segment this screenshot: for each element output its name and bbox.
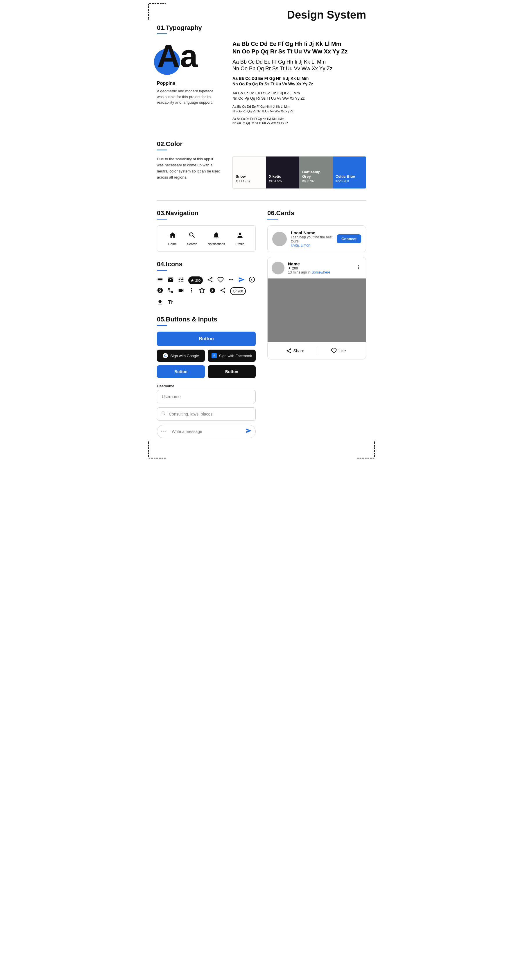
search-input-icon [161, 411, 166, 417]
username-input[interactable] [157, 390, 256, 403]
post-card-image [268, 278, 366, 342]
home-icon [169, 231, 176, 241]
search-input-wrap [157, 407, 256, 421]
connect-card-name: Local Name [291, 230, 333, 235]
type-sample-6: Aa Bb Cc Dd Ee Ff Gg Hh Ii Jj Kk Ll Mm N… [233, 117, 366, 125]
post-card-actions: Share Like [268, 342, 366, 359]
half-dark-button[interactable]: Button [208, 365, 256, 378]
nav-label: 03.Navigation [157, 209, 256, 217]
cards-label: 06.Cards [267, 209, 366, 217]
chevron-left-circle-icon [249, 277, 255, 284]
star-badge-icon: 200 [188, 277, 203, 284]
nav-search-label: Search [187, 242, 197, 246]
post-card-time: 13 mins ago in Somewhere [288, 270, 352, 274]
section-navigation: 03.Navigation Home [157, 209, 256, 252]
send-icon [238, 277, 245, 284]
heart-icon [217, 277, 224, 284]
button-pair: Button Button [157, 365, 256, 378]
color-desc: Due to the scalability of this app it wa… [157, 156, 221, 180]
menu-icon [157, 277, 163, 284]
swatch-battleship: Battleship Grey #808782 [299, 156, 333, 186]
post-card-location-link[interactable]: Somewhere [311, 270, 330, 274]
icons-label: 04.Icons [157, 261, 256, 268]
typography-label: 01.Typography [157, 24, 366, 32]
dots-icon [228, 277, 234, 284]
message-input-wrap: ··· [157, 425, 256, 438]
share-label: Share [293, 348, 304, 353]
type-sample-1: Aa Bb Cc Dd Ee Ff Gg Hh Ii Jj Kk Ll Mm N… [233, 40, 366, 55]
download-icon [157, 299, 163, 307]
post-card-menu-icon[interactable] [356, 264, 362, 272]
half-blue-button[interactable]: Button [157, 365, 205, 378]
connect-card-sub: I can help you find the best tours [291, 235, 333, 243]
username-label: Username [157, 384, 256, 388]
bar-celtic [333, 186, 366, 188]
swatch-xiketic: Xiketic #1B1725 [266, 156, 300, 186]
facebook-signin-button[interactable]: f Sign with Facebook [208, 350, 256, 362]
post-card-header: Name ★ 200 13 mins ago in Somewhere [268, 257, 366, 278]
buttons-underline [157, 325, 167, 326]
nav-item-search[interactable]: Search [187, 231, 197, 246]
primary-button[interactable]: Button [157, 332, 256, 346]
nav-item-profile[interactable]: Profile [235, 231, 244, 246]
page-title: Design System [145, 0, 378, 24]
send-message-icon[interactable] [246, 428, 252, 435]
video-icon [178, 287, 184, 295]
dollar-icon2 [209, 287, 215, 295]
phone-icon [167, 287, 174, 295]
color-label: 02.Color [157, 140, 366, 148]
section-buttons-inputs: 05.Buttons & Inputs Button G Sign with G… [157, 316, 256, 438]
message-input[interactable] [157, 425, 256, 438]
svg-marker-1 [199, 288, 204, 293]
profile-icon [236, 231, 244, 241]
facebook-btn-label: Sign with Facebook [219, 354, 252, 358]
heart-count-icon: 200 [230, 287, 246, 295]
nav-home-label: Home [168, 242, 177, 246]
connect-card-location-link[interactable]: Uvita, Limón [291, 243, 310, 247]
section-cards: 06.Cards Local Name I can help you find … [267, 209, 366, 360]
font-name: Poppins [157, 81, 221, 86]
icons-underline [157, 270, 167, 270]
google-icon: G [163, 353, 168, 358]
post-card-stars: ★ 200 [288, 266, 352, 270]
google-btn-label: Sign with Google [170, 354, 199, 358]
section-color: 02.Color Due to the scalability of this … [157, 140, 366, 189]
section-icons: 04.Icons 200 [157, 261, 256, 307]
icons-grid-row1: 200 [157, 277, 256, 284]
search-input[interactable] [157, 407, 256, 421]
more-vert-icon [188, 287, 195, 295]
text-fields-icon [167, 299, 174, 307]
search-icon [188, 231, 196, 241]
nav-underline [157, 219, 167, 220]
share-icon [207, 277, 213, 284]
bar-xiketic [266, 186, 300, 188]
connect-button[interactable]: Connect [337, 234, 361, 243]
bar-battleship [299, 186, 333, 188]
message-dots-icon: ··· [161, 429, 167, 435]
cards-underline [267, 219, 278, 220]
post-card: Name ★ 200 13 mins ago in Somewhere [267, 257, 366, 360]
type-sample-2: Aa Bb Cc Dd Ee Ff Gg Hh Ii Jj Kk Ll Mm N… [233, 59, 366, 72]
type-sample-3: Aa Bb Cc Dd Ee Ff Gg Hh Ii Jj Kk Ll Mm N… [233, 76, 366, 87]
section-typography: 01.Typography Aa Poppins A geometric and… [157, 24, 366, 129]
google-signin-button[interactable]: G Sign with Google [157, 350, 205, 362]
color-swatches: Snow #FFFCFC Xiketic #1B1725 Battleship … [233, 156, 366, 189]
type-sample-5: Aa Bb Cc Dd Ee Ff Gg Hh Ii Jj Kk Ll Mm N… [233, 105, 366, 113]
typography-underline [157, 33, 167, 34]
big-aa-letters: Aa [157, 40, 198, 72]
connect-card: Local Name I can help you find the best … [267, 225, 366, 252]
post-card-avatar [272, 262, 284, 274]
like-button[interactable]: Like [317, 348, 360, 354]
connect-card-avatar [272, 232, 287, 246]
nav-item-notifications[interactable]: Notifications [207, 231, 225, 246]
nav-item-home[interactable]: Home [168, 231, 177, 246]
connect-card-location: Uvita, Limón [291, 243, 333, 247]
dollar-circle-icon [157, 287, 163, 295]
star-outline-icon [199, 287, 205, 295]
deco-corner-tl [148, 3, 166, 20]
nav-box: Home Search Notifications [157, 225, 256, 252]
social-buttons-row: G Sign with Google f Sign with Facebook [157, 350, 256, 362]
filter-icon [178, 277, 184, 284]
like-label: Like [338, 348, 346, 353]
share-button[interactable]: Share [273, 348, 317, 354]
